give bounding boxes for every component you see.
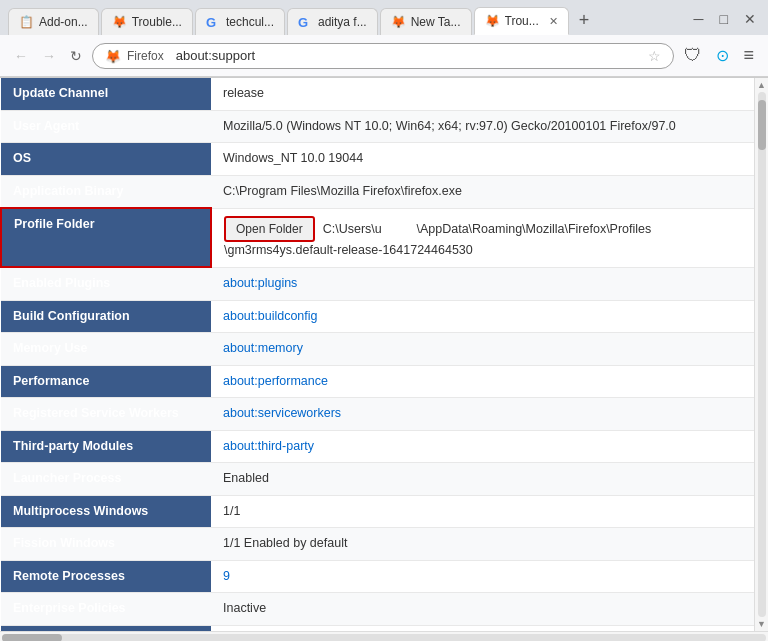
table-row: Multiprocess Windows1/1	[1, 495, 754, 528]
table-value-cell: 1/1	[211, 495, 754, 528]
tab-label-trouble1: Trouble...	[132, 15, 182, 29]
scroll-down-button[interactable]: ▼	[757, 619, 766, 629]
info-link[interactable]: about:third-party	[223, 439, 314, 453]
tab-add-ons[interactable]: 📋 Add-on...	[8, 8, 99, 35]
nav-right-buttons: 🛡 ⊙ ≡	[680, 41, 758, 70]
menu-button[interactable]: ≡	[739, 41, 758, 70]
back-button[interactable]: ←	[10, 44, 32, 68]
table-value-cell: about:plugins	[211, 267, 754, 300]
table-row: User AgentMozilla/5.0 (Windows NT 10.0; …	[1, 110, 754, 143]
shield-icon-button[interactable]: 🛡	[680, 41, 706, 70]
info-link[interactable]: about:memory	[223, 341, 303, 355]
tab-bar: 📋 Add-on... 🦊 Trouble... G techcul... G …	[0, 0, 768, 35]
horizontal-scrollbar[interactable]	[0, 631, 768, 641]
support-info-table-container: Update ChannelreleaseUser AgentMozilla/5…	[0, 78, 754, 631]
table-label-cell: Profile Folder	[1, 208, 211, 267]
tab-icon-techcult: G	[206, 15, 220, 29]
tab-trouble-active[interactable]: 🦊 Trou... ✕	[474, 7, 569, 35]
table-label-cell: Launcher Process	[1, 463, 211, 496]
table-label-cell: Application Binary	[1, 175, 211, 208]
table-row: Remote Processes9	[1, 560, 754, 593]
info-link[interactable]: 9	[223, 569, 230, 583]
table-value-cell: about:serviceworkers	[211, 398, 754, 431]
restore-button[interactable]: □	[716, 7, 732, 31]
reload-button[interactable]: ↻	[66, 44, 86, 68]
table-row: Update Channelrelease	[1, 78, 754, 110]
info-link[interactable]: about:buildconfig	[223, 309, 318, 323]
table-row: Third-party Modulesabout:third-party	[1, 430, 754, 463]
new-tab-button[interactable]: +	[571, 6, 598, 35]
h-scroll-thumb[interactable]	[2, 634, 62, 642]
scroll-thumb[interactable]	[758, 100, 766, 150]
tab-aditya[interactable]: G aditya f...	[287, 8, 378, 35]
nav-bar: ← → ↻ 🦊 Firefox ☆ 🛡 ⊙ ≡	[0, 35, 768, 77]
table-value-cell: release	[211, 78, 754, 110]
support-info-table: Update ChannelreleaseUser AgentMozilla/5…	[0, 78, 754, 631]
table-value-cell: Inactive	[211, 593, 754, 626]
tab-close-button[interactable]: ✕	[549, 15, 558, 28]
tab-label-trouble-active: Trou...	[505, 14, 539, 28]
table-label-cell: Update Channel	[1, 78, 211, 110]
table-label-cell: Performance	[1, 365, 211, 398]
table-label-cell: Enterprise Policies	[1, 593, 211, 626]
table-label-cell: User Agent	[1, 110, 211, 143]
content-area: Update ChannelreleaseUser AgentMozilla/5…	[0, 78, 768, 631]
table-row: Enterprise PoliciesInactive	[1, 593, 754, 626]
table-value-cell: Mozilla/5.0 (Windows NT 10.0; Win64; x64…	[211, 110, 754, 143]
table-label-cell: Enabled Plugins	[1, 267, 211, 300]
table-row: Fission Windows1/1 Enabled by default	[1, 528, 754, 561]
close-button[interactable]: ✕	[740, 7, 760, 31]
bookmark-star-icon[interactable]: ☆	[648, 48, 661, 64]
tab-icon-newtab: 🦊	[391, 15, 405, 29]
table-label-cell: Build Configuration	[1, 300, 211, 333]
table-value-cell: about:third-party	[211, 430, 754, 463]
url-favicon: 🦊	[105, 49, 119, 63]
table-value-cell: Enabled	[211, 463, 754, 496]
table-row: Enabled Pluginsabout:plugins	[1, 267, 754, 300]
table-row: Application BinaryC:\Program Files\Mozil…	[1, 175, 754, 208]
firefox-account-button[interactable]: ⊙	[712, 42, 733, 69]
table-row: Memory Useabout:memory	[1, 333, 754, 366]
table-row: Registered Service Workersabout:servicew…	[1, 398, 754, 431]
url-bar[interactable]: 🦊 Firefox ☆	[92, 43, 674, 69]
open-folder-button[interactable]: Open Folder	[224, 216, 315, 243]
table-label-cell: Memory Use	[1, 333, 211, 366]
tab-icon-addons: 📋	[19, 15, 33, 29]
forward-button[interactable]: →	[38, 44, 60, 68]
info-link[interactable]: about:performance	[223, 374, 328, 388]
table-label-cell: Remote Processes	[1, 560, 211, 593]
table-label-cell: Google Location Service Key	[1, 625, 211, 631]
table-label-cell: Third-party Modules	[1, 430, 211, 463]
h-scroll-track	[2, 634, 766, 642]
table-row: Build Configurationabout:buildconfig	[1, 300, 754, 333]
table-label-cell: Fission Windows	[1, 528, 211, 561]
table-row: Performanceabout:performance	[1, 365, 754, 398]
table-row: Profile FolderOpen FolderC:\Users\u \App…	[1, 208, 754, 267]
table-label-cell: Registered Service Workers	[1, 398, 211, 431]
tab-trouble1[interactable]: 🦊 Trouble...	[101, 8, 193, 35]
tab-newtab[interactable]: 🦊 New Ta...	[380, 8, 472, 35]
tab-label-techcult: techcul...	[226, 15, 274, 29]
table-value-cell: C:\Program Files\Mozilla Firefox\firefox…	[211, 175, 754, 208]
tab-icon-trouble-active: 🦊	[485, 14, 499, 28]
table-row: OSWindows_NT 10.0 19044	[1, 143, 754, 176]
tab-icon-trouble1: 🦊	[112, 15, 126, 29]
tab-techcult[interactable]: G techcul...	[195, 8, 285, 35]
url-input[interactable]	[176, 48, 641, 63]
scroll-up-button[interactable]: ▲	[757, 80, 766, 90]
tab-label-aditya: aditya f...	[318, 15, 367, 29]
table-value-cell: Windows_NT 10.0 19044	[211, 143, 754, 176]
tab-label-addons: Add-on...	[39, 15, 88, 29]
vertical-scrollbar[interactable]: ▲ ▼	[754, 78, 768, 631]
table-value-cell: Found	[211, 625, 754, 631]
table-label-cell: OS	[1, 143, 211, 176]
table-value-cell: about:memory	[211, 333, 754, 366]
info-link[interactable]: about:plugins	[223, 276, 297, 290]
info-link[interactable]: about:serviceworkers	[223, 406, 341, 420]
table-value-cell: 9	[211, 560, 754, 593]
table-value-cell: 1/1 Enabled by default	[211, 528, 754, 561]
browser-chrome: 📋 Add-on... 🦊 Trouble... G techcul... G …	[0, 0, 768, 78]
table-value-cell: about:performance	[211, 365, 754, 398]
minimize-button[interactable]: ─	[690, 7, 708, 31]
table-row: Launcher ProcessEnabled	[1, 463, 754, 496]
